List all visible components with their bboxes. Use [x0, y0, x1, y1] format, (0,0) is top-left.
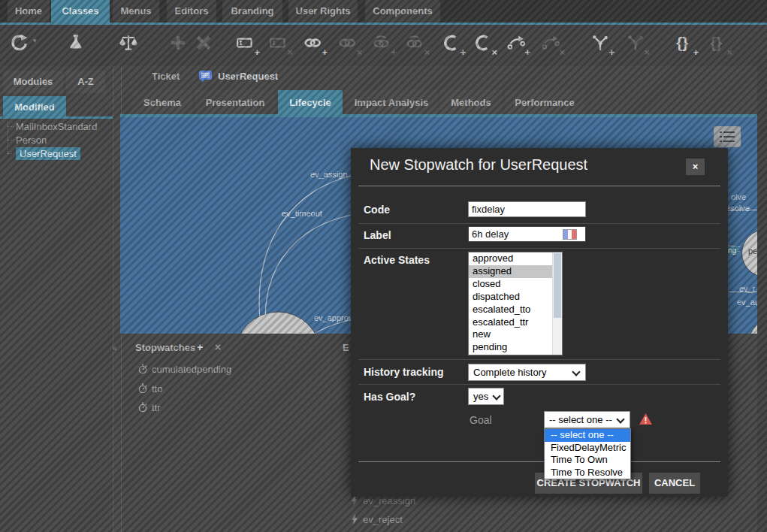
goal-option-time-to-resolve[interactable]: Time To Resolve: [545, 467, 630, 479]
stopwatch-add-button[interactable]: +: [197, 341, 203, 353]
event-bolt-icon: [350, 514, 359, 524]
top-navbar: Home Classes Menus Editors Branding User…: [0, 0, 767, 25]
main-toolbar: ▾ + × + × + × + × + × + × + ×: [0, 25, 767, 66]
code-input[interactable]: [468, 201, 586, 217]
state-label-fragment: pen: [748, 246, 757, 255]
state-option-escalated-tto[interactable]: escalated_tto: [469, 304, 562, 316]
state-option-new[interactable]: new: [469, 328, 562, 341]
goal-dropdown-list: -- select one -- FixedDelayMetric Time T…: [544, 428, 631, 479]
delete-link-icon: ×: [338, 33, 359, 56]
cancel-button[interactable]: CANCEL: [649, 473, 700, 494]
chevron-down-icon: [616, 415, 624, 423]
undo-icon[interactable]: [9, 33, 30, 56]
stopwatch-item-ttr[interactable]: ttr: [137, 402, 161, 413]
delete-state-icon[interactable]: ×: [473, 33, 494, 56]
stopwatches-header: Stopwatches: [135, 342, 195, 353]
state-option-approved[interactable]: approved: [469, 252, 562, 265]
nav-tab-classes[interactable]: Classes: [51, 0, 110, 23]
tab-lifecycle[interactable]: Lifecycle: [278, 90, 343, 115]
class-icon: [198, 70, 213, 83]
tab-presentation[interactable]: Presentation: [195, 90, 275, 115]
stopwatch-icon: [137, 402, 148, 413]
validation-warning-icon: [639, 413, 653, 425]
event-bolt-icon: [350, 495, 359, 506]
tab-methods[interactable]: Methods: [440, 90, 502, 115]
nav-tab-home[interactable]: Home: [8, 0, 50, 23]
nav-tab-user-rights[interactable]: User Rights: [288, 0, 358, 23]
history-tracking-select[interactable]: Complete history: [468, 364, 586, 381]
stopwatch-icon: [137, 383, 148, 394]
sidebar-item-mailinboxstandard[interactable]: MailInboxStandard: [16, 121, 97, 132]
tab-schema[interactable]: Schema: [132, 90, 192, 115]
divider: [358, 461, 720, 462]
divider: [358, 248, 720, 249]
nav-tab-menus[interactable]: Menus: [113, 0, 159, 23]
stopwatch-item-tto[interactable]: tto: [137, 383, 162, 394]
sidebar-item-userrequest[interactable]: UserRequest: [16, 148, 80, 159]
sandbox-flask-icon[interactable]: [66, 33, 87, 56]
breadcrumb-group[interactable]: Ticket: [152, 71, 180, 82]
goal-select[interactable]: -- select one --: [544, 411, 630, 428]
add-state-icon[interactable]: +: [442, 33, 463, 56]
code-label: Code: [364, 204, 390, 216]
undo-history-caret-icon[interactable]: ▾: [33, 37, 37, 44]
sidebar-tab-modules[interactable]: Modules: [3, 71, 63, 93]
transition-label-fragment: olve: [731, 192, 746, 201]
has-goal-select[interactable]: yes: [468, 388, 504, 405]
add-linkset-icon: +: [373, 33, 394, 56]
active-states-label: Active States: [364, 254, 430, 266]
add-icon: [168, 33, 185, 56]
new-stopwatch-dialog: New Stopwatch for UserRequest × Code Lab…: [351, 148, 728, 497]
breadcrumb-class[interactable]: UserRequest: [218, 71, 278, 82]
history-tracking-label: History tracking: [364, 366, 444, 378]
state-option-pending[interactable]: pending: [469, 341, 562, 354]
compare-scales-icon[interactable]: [119, 33, 140, 56]
label-label: Label: [364, 229, 391, 241]
goal-option-time-to-own[interactable]: Time To Own: [545, 454, 630, 467]
sidebar-active-tab-underline: [0, 116, 113, 119]
chevron-down-icon: [492, 391, 500, 400]
add-relation-icon[interactable]: +: [590, 33, 611, 56]
state-option-assigned[interactable]: assigned: [469, 265, 562, 278]
diagram-options-button[interactable]: [714, 126, 741, 147]
stopwatch-icon: [137, 364, 148, 374]
right-margin: [757, 66, 767, 532]
sidebar-item-person[interactable]: Person: [16, 135, 47, 146]
sidebar-tab-az[interactable]: A-Z: [66, 71, 105, 93]
listbox-scrollbar[interactable]: [552, 252, 562, 355]
event-item-ev-reassign[interactable]: ev_reassign: [350, 495, 415, 506]
event-item-ev-reject[interactable]: ev_reject: [350, 514, 403, 525]
state-option-closed[interactable]: closed: [469, 278, 562, 291]
stopwatches-close-icon[interactable]: ×: [215, 341, 221, 353]
dialog-close-button[interactable]: ×: [686, 159, 705, 175]
active-states-listbox[interactable]: approved assigned closed dispatched esca…: [468, 252, 563, 355]
add-dictionary-icon[interactable]: +: [675, 33, 696, 56]
state-option-dispatched[interactable]: dispatched: [469, 291, 562, 304]
sidebar-tab-modified[interactable]: Modified: [3, 96, 66, 119]
divider: [358, 186, 720, 186]
tab-performance[interactable]: Performance: [505, 90, 584, 115]
collapse-handle-icon[interactable]: «: [113, 344, 117, 352]
stopwatch-item-cumulatedpending[interactable]: cumulatedpending: [137, 364, 231, 375]
transition-label-fragment: ev_r: [739, 284, 755, 293]
nav-tab-components[interactable]: Components: [365, 0, 440, 23]
nav-tab-branding[interactable]: Branding: [222, 0, 282, 23]
tree-tick: [8, 153, 14, 154]
goal-option-fixeddelaymetric[interactable]: FixedDelayMetric: [545, 442, 630, 455]
chevron-down-icon: [572, 367, 580, 376]
delete-field-icon: ×: [269, 33, 290, 56]
delete-icon: [194, 33, 210, 56]
add-field-icon[interactable]: +: [236, 33, 257, 56]
events-header-partial: E: [343, 342, 349, 353]
add-transition-icon[interactable]: +: [506, 33, 527, 56]
language-flag-icon: [563, 229, 577, 240]
add-link-icon[interactable]: +: [303, 33, 325, 56]
tree-tick: [8, 126, 14, 127]
divider: [358, 223, 720, 224]
goal-label: Goal: [470, 414, 492, 426]
divider: [358, 359, 720, 360]
goal-option-select-one[interactable]: -- select one --: [545, 429, 630, 442]
nav-tab-editors[interactable]: Editors: [167, 0, 216, 23]
tab-impact-analysis[interactable]: Impact Analysis: [346, 90, 437, 115]
state-option-escalated-ttr[interactable]: escalated_ttr: [469, 316, 562, 329]
